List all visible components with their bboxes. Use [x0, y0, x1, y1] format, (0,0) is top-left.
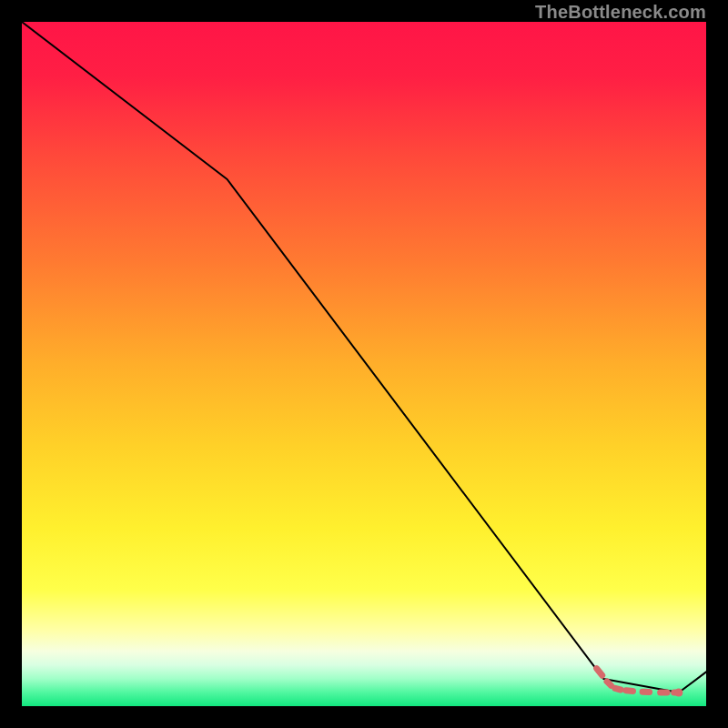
- end-marker-dot: [674, 689, 682, 697]
- dash-segment: [615, 688, 621, 690]
- gradient-background: [22, 22, 706, 706]
- dash-segment: [607, 682, 612, 686]
- chart-frame: TheBottleneck.com: [0, 0, 728, 728]
- watermark-text: TheBottleneck.com: [535, 2, 706, 23]
- dash-segment: [626, 691, 633, 692]
- dash-segment: [597, 669, 602, 676]
- chart-svg: [22, 22, 706, 706]
- plot-area: [22, 22, 706, 706]
